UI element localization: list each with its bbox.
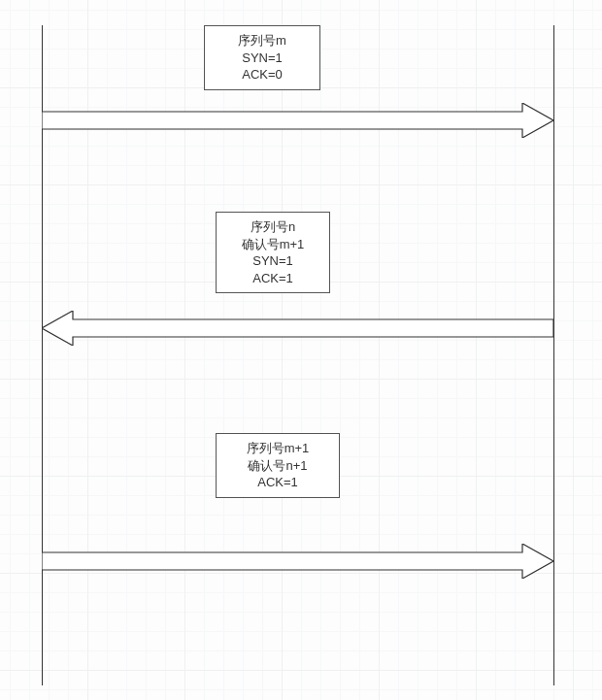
lifeline-right	[553, 25, 554, 685]
msg1-ack: ACK=0	[213, 66, 312, 83]
svg-marker-0	[42, 103, 553, 138]
message-box-1: 序列号m SYN=1 ACK=0	[204, 25, 320, 90]
msg2-syn: SYN=1	[224, 252, 321, 270]
svg-marker-1	[42, 311, 553, 346]
msg3-ack: ACK=1	[224, 474, 331, 491]
msg2-ack: ACK=1	[224, 270, 321, 287]
arrow-1-right	[42, 103, 553, 138]
message-box-3: 序列号m+1 确认号n+1 ACK=1	[216, 433, 340, 498]
arrow-2-left	[42, 311, 553, 346]
msg1-seq: 序列号m	[213, 32, 312, 50]
msg2-acknum: 确认号m+1	[224, 236, 321, 253]
diagram-canvas: 序列号m SYN=1 ACK=0 序列号n 确认号m+1 SYN=1 ACK=1…	[0, 0, 602, 700]
msg3-acknum: 确认号n+1	[224, 457, 331, 475]
arrow-3-right	[42, 544, 553, 579]
message-box-2: 序列号n 确认号m+1 SYN=1 ACK=1	[216, 212, 330, 293]
msg1-syn: SYN=1	[213, 50, 312, 67]
msg2-seq: 序列号n	[224, 218, 321, 236]
svg-marker-2	[42, 544, 553, 579]
msg3-seq: 序列号m+1	[224, 440, 331, 457]
